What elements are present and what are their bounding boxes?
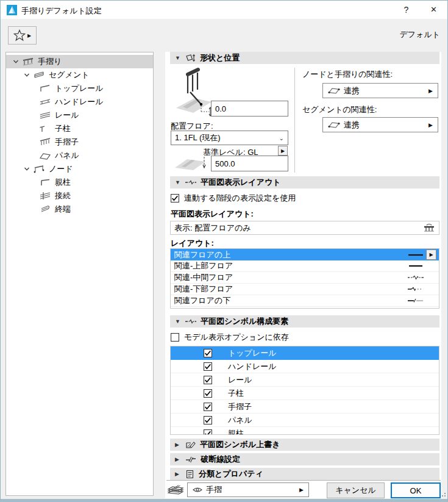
segment-relation-button[interactable]: 連携 ▶ (322, 117, 438, 132)
segment-relation-value: 連携 (344, 120, 360, 131)
checkbox-checked-icon[interactable] (204, 349, 212, 357)
section-header-symbol-components[interactable]: ▼ 平面図シンボル構成要素 (170, 315, 439, 328)
symbol-components-list: トップレール ハンドレール レール 子柱 手摺子 パネル (170, 346, 439, 435)
tree-item-end[interactable]: 終端 (6, 203, 153, 216)
tree-item-railing[interactable]: 手摺り (6, 55, 153, 68)
main-post-icon (38, 177, 52, 187)
reference-level-button[interactable]: ▶ (278, 146, 288, 156)
tree-item-label: レール (52, 110, 79, 121)
column-divider (294, 68, 295, 173)
checkbox-checked-icon[interactable] (204, 429, 212, 436)
component-label: パネル (228, 415, 252, 426)
tree-item-label: 手摺り (35, 56, 62, 67)
section-title: 平面図シンボル構成要素 (201, 316, 288, 327)
window-title: 手摺りデフォルト設定 (21, 5, 102, 16)
layout-item-upper-floor[interactable]: 関連-上部フロア (171, 260, 439, 272)
chevron-down-icon[interactable] (11, 59, 21, 65)
checkbox-checked-icon[interactable] (204, 416, 212, 425)
tree-item-main-post[interactable]: 親柱 (6, 176, 153, 189)
placement-floor-value: 1. 1FL (現在) (175, 132, 221, 143)
section-header-classification[interactable]: ▶ 分類とプロパティ (170, 468, 439, 480)
layout-item-above-floor[interactable]: 関連フロアの上 ▶ (171, 249, 439, 260)
expand-triangle-icon[interactable]: ▶ (175, 471, 181, 477)
component-row-inner-post[interactable]: 子柱 (171, 387, 439, 400)
node-relation-button[interactable]: 連携 ▶ (322, 83, 438, 98)
symbol-components-icon (185, 318, 196, 325)
checkbox-checked-icon[interactable] (204, 376, 212, 384)
component-row-baluster[interactable]: 手摺子 (171, 400, 439, 414)
chevron-down-icon[interactable] (22, 166, 32, 172)
tree-item-inner-post[interactable]: 子柱 (6, 122, 153, 135)
linestyle-zigzag-dot-icon (408, 286, 424, 292)
component-label: 子柱 (228, 388, 244, 399)
layout-item-below-floor[interactable]: 関連フロアの下 (171, 295, 439, 307)
collapse-triangle-icon[interactable]: ▼ (175, 179, 181, 185)
checkbox-checked-icon[interactable] (204, 389, 212, 398)
tree-item-rail[interactable]: レール (6, 109, 153, 122)
collapse-triangle-icon[interactable]: ▼ (175, 318, 181, 325)
collapse-triangle-icon[interactable]: ▼ (175, 55, 181, 61)
offset-value-input[interactable] (211, 156, 288, 171)
checkbox-checked-icon[interactable] (204, 362, 212, 371)
end-icon (38, 204, 52, 214)
title-bar: 手摺りデフォルト設定 ? ✕ (1, 1, 447, 19)
height-offset-input[interactable] (211, 101, 288, 117)
cancel-button[interactable]: キャンセル (327, 482, 385, 498)
tree-item-label: パネル (52, 150, 79, 161)
tree-item-baluster[interactable]: 手摺子 (6, 135, 153, 149)
placement-floor-dropdown[interactable]: 1. 1FL (現在) ⌄ (171, 131, 288, 145)
checkbox-checked-icon[interactable] (204, 403, 212, 411)
checkbox-unchecked-icon[interactable] (171, 333, 179, 342)
component-row-toprail[interactable]: トップレール (171, 346, 439, 360)
segment-icon (32, 70, 46, 80)
layout-item-lower-floor[interactable]: 関連-下部フロア (171, 284, 439, 295)
component-row-panel[interactable]: パネル (171, 414, 439, 427)
tree-item-connection[interactable]: 接続 (6, 189, 153, 203)
node-relation-value: 連携 (344, 85, 360, 96)
layer-dropdown[interactable]: 手摺 ▶ (187, 482, 309, 497)
stair-display-checkbox-row[interactable]: 連動する階段の表示設定を使用 (171, 193, 296, 204)
section-header-break-line[interactable]: ▶ 破断線設定 (170, 453, 439, 465)
layer-value: 手摺 (206, 484, 222, 495)
component-row-handrail[interactable]: ハンドレール (171, 360, 439, 373)
favorites-button[interactable]: ▶ (8, 26, 37, 45)
checkbox-checked-icon[interactable] (171, 194, 179, 203)
ok-button[interactable]: OK (391, 482, 441, 498)
component-label: トップレール (228, 348, 277, 359)
rail-icon (38, 110, 52, 120)
chevron-down-icon[interactable] (22, 72, 32, 78)
tree-item-toprail[interactable]: トップレール (6, 82, 153, 95)
section-header-plan-layout[interactable]: ▼ 平面図表示レイアウト (170, 176, 439, 188)
railing-symbol-icon (423, 223, 435, 233)
section-title: 分類とプロパティ (199, 468, 263, 479)
tree-item-panel[interactable]: パネル (6, 149, 153, 162)
resize-grip[interactable] (440, 492, 446, 498)
section-header-geometry[interactable]: ▼ 形状と位置 (170, 52, 439, 64)
component-row-rail[interactable]: レール (171, 373, 439, 387)
layout-options-button[interactable]: ▶ (426, 249, 436, 260)
tree-item-segment[interactable]: セグメント (6, 68, 153, 82)
tree-item-label: 接続 (52, 190, 71, 201)
tree-item-handrail[interactable]: ハンドレール (6, 95, 153, 109)
mvo-checkbox-row[interactable]: モデル表示オプションに依存 (171, 332, 289, 343)
toprail-icon (38, 84, 52, 93)
tree-item-node[interactable]: ノード (6, 162, 153, 176)
help-button[interactable]: ? (393, 1, 420, 19)
component-row-main-post[interactable]: 親柱 (171, 427, 439, 435)
layers-icon (166, 483, 185, 497)
node-icon (32, 164, 46, 174)
plan-display-icon (185, 179, 196, 185)
linestyle-solid-icon (408, 264, 424, 268)
expand-triangle-icon[interactable]: ▶ (175, 456, 181, 462)
default-label: デフォルト (399, 29, 440, 40)
layout-item-middle-floor[interactable]: 関連-中間フロア (171, 272, 439, 284)
expand-triangle-icon[interactable]: ▶ (175, 442, 181, 448)
close-button[interactable]: ✕ (420, 1, 447, 19)
show-mode-field[interactable]: 表示: 配置フロアのみ (170, 221, 439, 235)
tree-item-label: 手摺子 (52, 137, 79, 148)
tree-item-label: 子柱 (52, 123, 71, 134)
relation-icon (328, 87, 340, 95)
section-header-symbol-override[interactable]: ▶ 平面図シンボル上書き (170, 439, 439, 451)
panel-icon (38, 151, 52, 160)
tree-item-label: セグメント (46, 70, 90, 81)
